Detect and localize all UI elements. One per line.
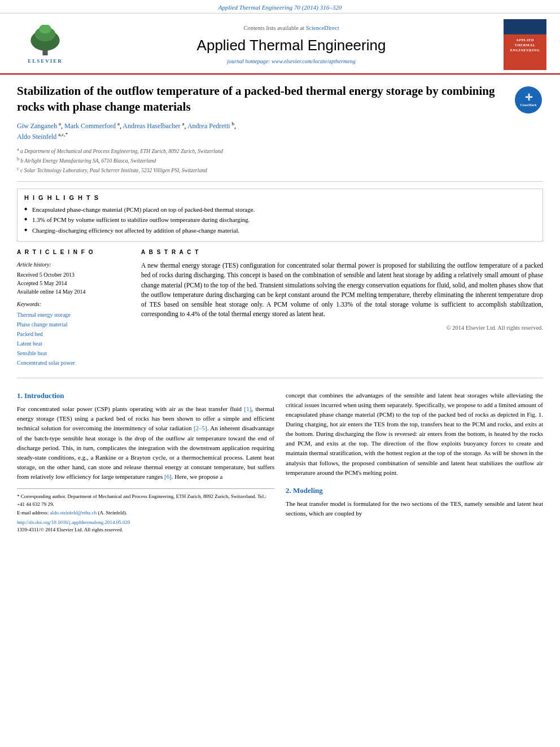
copyright-line: © 2014 Elsevier Ltd. All rights reserved… [141,324,543,333]
highlight-item-2: 1.3% of PCM by volume sufficient to stab… [24,216,536,224]
ref-1[interactable]: [1] [244,405,251,412]
section2-para: The heat transfer model is formulated fo… [286,499,543,518]
email-link[interactable]: aldo.steinfeld@ethz.ch [50,510,97,516]
paper-title: Stabilization of the outflow temperature… [17,84,509,115]
thumb-title-2: THERMAL [514,42,535,47]
elsevier-label-text: ELSEVIER [28,58,63,65]
highlight-item-3: Charging–discharging efficiency not affe… [24,226,536,235]
body-left-col: 1. Introduction For concentrated solar p… [17,385,274,533]
sciencedirect-prefix: Contents lists available at [243,25,305,31]
section1-continued: concept that combines the advantages of … [286,391,543,477]
thumb-title-3: ENGINEERING [510,47,540,53]
paper-title-block: Stabilization of the outflow temperature… [17,84,509,175]
crossmark-cross-icon: ✛ [525,93,532,102]
author-steinfeld: Aldo Steinfeld [17,133,56,141]
elsevier-logo: ELSEVIER [11,25,79,65]
author-haselbacher: Andreas Haselbacher [123,122,180,130]
affiliations: a a Department of Mechanical and Process… [17,146,509,176]
section1-para2: concept that combines the advantages of … [286,391,543,477]
received-date: Received 5 October 2013 [17,270,130,279]
aff-b-text: b Airlight Energy Manufacturing SA, 6710… [20,158,156,164]
abstract-label: A B S T R A C T [141,248,543,256]
highlights-title: H I G H L I G H T S [24,194,536,202]
ref-6[interactable]: [6] [164,473,172,480]
keywords-list: Thermal energy storage Phase change mate… [17,310,130,368]
author-pedretti: Andrea Pedretti [187,122,230,130]
footnote-email: E-mail address: aldo.steinfeld@ethz.ch (… [17,509,274,517]
paper-authors: Giw Zanganeh a, Mark Commerford a, Andre… [17,120,509,142]
journal-citation-bar: Applied Thermal Engineering 70 (2014) 31… [0,0,560,14]
abstract-text: A new thermal energy storage (TES) confi… [141,261,543,320]
footnotes: * Corresponding author. Department of Me… [17,488,274,533]
body-columns: 1. Introduction For concentrated solar p… [17,385,543,533]
crossmark-badge[interactable]: ✛ CrossMark [515,86,542,113]
keyword-4: Latent heat [17,339,130,348]
section2-title: Modeling [293,486,323,495]
thumb-title-1: APPLIED [516,37,534,42]
article-info-abstract: A R T I C L E I N F O Article history: R… [17,248,543,378]
keyword-3: Packed bed [17,329,130,339]
journal-citation-text: Applied Thermal Engineering 70 (2014) 31… [218,4,342,11]
homepage-url[interactable]: www.elsevier.com/locate/apthermeng [272,58,356,64]
homepage-prefix: journal homepage: [227,58,272,64]
highlight-item-1: Encapsulated phase-change material (PCM)… [24,206,536,214]
crossmark-badge-container[interactable]: ✛ CrossMark [515,86,543,113]
journal-thumb-box: APPLIED THERMAL ENGINEERING [504,19,546,70]
affiliation-a: a a Department of Mechanical and Process… [17,146,509,156]
affiliation-c: c c Solar Technology Laboratory, Paul Sc… [17,165,509,175]
doi-line[interactable]: http://dx.doi.org/10.1016/j.applthermale… [17,519,274,526]
keywords-title: Keywords: [17,300,130,308]
abstract-col: A B S T R A C T A new thermal energy sto… [141,248,543,372]
section1-para1: For concentrated solar power (CSP) plant… [17,404,274,481]
keywords-block: Keywords: Thermal energy storage Phase c… [17,300,130,368]
email-label: E-mail address: [17,510,50,516]
section2-number: 2. [286,486,291,495]
author-commerford: Mark Commerford [64,122,116,130]
aff-c-text: c Solar Technology Laboratory, Paul Sche… [20,168,207,173]
email-suffix: (A. Steinfeld). [97,510,127,516]
main-content: Stabilization of the outflow temperature… [0,75,560,533]
article-history: Article history: Received 5 October 2013… [17,261,130,296]
section1-heading: 1. Introduction [17,391,274,401]
article-history-title: Article history: [17,261,130,269]
elsevier-tree-icon [17,25,73,56]
ref-2-5[interactable]: [2–5] [194,425,207,431]
section1: 1. Introduction For concentrated solar p… [17,391,274,482]
keyword-2: Phase change material [17,320,130,329]
article-info-col: A R T I C L E I N F O Article history: R… [17,248,130,372]
footnote-corresponding: * Corresponding author. Department of Me… [17,492,274,509]
section1-number: 1. [17,391,23,400]
author-zanganeh: Giw Zanganeh [17,122,57,130]
keyword-5: Sensible heat [17,348,130,358]
journal-homepage-line: journal homepage: www.elsevier.com/locat… [90,58,492,65]
keyword-6: Concentrated solar power [17,358,130,368]
highlights-section: H I G H L I G H T S Encapsulated phase-c… [17,189,543,242]
sciencedirect-line: Contents lists available at ScienceDirec… [90,24,492,33]
journal-title-block: Contents lists available at ScienceDirec… [79,24,504,65]
accepted-date: Accepted 5 May 2014 [17,279,130,287]
journal-header: ELSEVIER Contents lists available at Sci… [0,14,560,75]
sciencedirect-link[interactable]: ScienceDirect [306,25,339,31]
paper-header: Stabilization of the outflow temperature… [17,75,543,181]
journal-main-title: Applied Thermal Engineering [90,35,492,55]
crossmark-label: CrossMark [520,103,536,107]
affiliation-b: b b Airlight Energy Manufacturing SA, 67… [17,156,509,165]
section2-heading: 2. Modeling [286,486,543,496]
article-info-label: A R T I C L E I N F O [17,248,130,256]
keyword-1: Thermal energy storage [17,310,130,320]
aff-a-text: a Department of Mechanical and Process E… [20,148,223,154]
issn-line: 1359-4311/© 2014 Elsevier Ltd. All right… [17,526,274,534]
journal-thumbnail: APPLIED THERMAL ENGINEERING [504,19,549,70]
section2: 2. Modeling The heat transfer model is f… [286,486,543,518]
body-right-col: concept that combines the advantages of … [286,385,543,533]
doi-text[interactable]: http://dx.doi.org/10.1016/j.applthermale… [17,519,130,525]
section1-title: Introduction [24,391,64,400]
available-date: Available online 14 May 2014 [17,287,130,296]
